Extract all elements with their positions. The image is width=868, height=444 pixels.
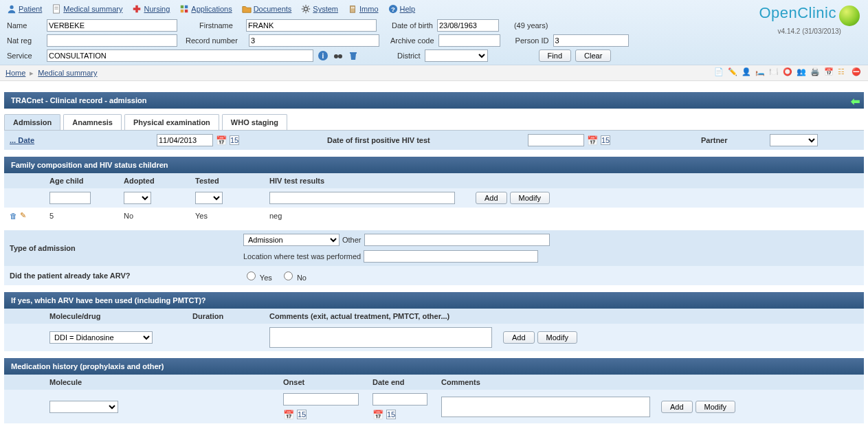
arv-modify-button[interactable]: Modify <box>537 331 577 344</box>
family-modify-button[interactable]: Modify <box>510 192 550 204</box>
arv-yes-radio[interactable]: Yes <box>243 269 272 282</box>
family-tested-cell: Yes <box>190 208 264 223</box>
service-input[interactable] <box>47 49 313 62</box>
menu-medical-summary[interactable]: Medical summary <box>52 4 122 14</box>
pencil-icon[interactable]: ✏️ <box>728 67 739 78</box>
arv-molecule-select[interactable]: DDI = Didanosine <box>49 331 153 344</box>
med-input-row: 📅 15 📅 15 Add Modify <box>4 390 864 423</box>
today-icon[interactable]: 15 <box>230 135 239 145</box>
med-comments-input[interactable] <box>441 397 650 417</box>
calendar-icon[interactable]: 📅 <box>587 135 598 146</box>
age-input[interactable] <box>49 192 91 204</box>
calendar-icon[interactable]: 📅 <box>824 67 835 78</box>
date-input[interactable] <box>157 134 213 146</box>
family-input-row: Add Modify <box>4 188 864 208</box>
breadcrumb-current[interactable]: Medical summary <box>38 69 97 77</box>
patient-form: Name Firstname Date of birth (49 years) … <box>7 19 861 62</box>
back-arrow-icon[interactable]: ⬅ <box>851 95 860 108</box>
logo-area: OpenClinic v4.14.2 (31/03/2013) <box>759 4 860 35</box>
arv-section-header: If yes, which ARV have been used (includ… <box>4 292 864 309</box>
today-icon[interactable]: 15 <box>297 410 307 419</box>
label-natreg: Nat reg <box>7 36 43 45</box>
tab-physical[interactable]: Physical examination <box>124 114 219 130</box>
med-molecule-select[interactable] <box>49 401 118 413</box>
dob-input[interactable] <box>437 19 499 32</box>
first-hiv-input[interactable] <box>528 134 584 146</box>
find-button[interactable]: Find <box>539 49 571 62</box>
archivecode-input[interactable] <box>438 34 500 47</box>
med-headers: Molecule Onset Date end Comments <box>4 375 864 390</box>
svg-text:i: i <box>322 52 324 60</box>
clear-button[interactable]: Clear <box>575 49 611 62</box>
person-icon <box>7 4 16 14</box>
natreg-input[interactable] <box>47 34 177 47</box>
calendar-icon[interactable]: 📅 <box>372 410 383 420</box>
district-select[interactable] <box>425 49 488 62</box>
calendar-icon[interactable]: 📅 <box>216 135 227 146</box>
today-icon[interactable]: 15 <box>386 410 396 419</box>
tab-anamnesis[interactable]: Anamnesis <box>63 114 122 130</box>
tab-who[interactable]: WHO staging <box>222 114 287 130</box>
menu-system[interactable]: System <box>301 4 338 14</box>
partner-select[interactable] <box>770 134 818 146</box>
menu-applications[interactable]: Applications <box>179 4 232 14</box>
other-label: Other <box>342 236 361 244</box>
recordnumber-input[interactable] <box>249 34 379 47</box>
calendar-icon[interactable]: 📅 <box>283 410 294 420</box>
name-input[interactable] <box>47 19 177 32</box>
breadcrumb-home[interactable]: Home <box>5 69 25 77</box>
stop-icon[interactable]: ⛔ <box>852 67 863 78</box>
doc-icon[interactable]: 📄 <box>714 67 725 78</box>
meal-icon[interactable]: 🍽️ <box>769 67 780 78</box>
section-header: TRACnet - Clinical record - admission ⬅ <box>4 92 864 109</box>
med-add-button[interactable]: Add <box>661 401 693 413</box>
arv-comments-input[interactable] <box>269 327 492 348</box>
person-card-icon[interactable]: 👤 <box>742 67 753 78</box>
trash-icon[interactable] <box>348 50 359 61</box>
delete-row-icon[interactable]: 🗑 <box>10 212 17 220</box>
med-dateend-input[interactable] <box>372 393 427 406</box>
logo-text: OpenClinic <box>759 4 836 21</box>
date-label[interactable]: ... Date <box>10 136 34 144</box>
tested-select[interactable] <box>195 192 223 204</box>
print-icon[interactable]: 🖨️ <box>810 67 821 78</box>
label-service: Service <box>7 52 43 60</box>
label-district: District <box>397 52 421 60</box>
label-firstname: Firstname <box>199 21 242 30</box>
med-onset-input[interactable] <box>283 393 359 406</box>
menu-documents[interactable]: Documents <box>242 4 292 14</box>
tab-admission[interactable]: Admission <box>4 114 60 130</box>
type-admission-select[interactable]: Admission <box>243 234 340 246</box>
info-icon[interactable]: i <box>318 50 329 61</box>
firstname-input[interactable] <box>246 19 377 32</box>
first-hiv-label: Date of first positive HIV test <box>322 131 522 150</box>
binoculars-icon[interactable] <box>333 50 344 61</box>
arv-add-button[interactable]: Add <box>503 331 535 344</box>
bed-icon[interactable]: 🛏️ <box>755 67 766 78</box>
label-dob: Date of birth <box>392 21 433 30</box>
menu-immo[interactable]: Immo <box>348 4 379 14</box>
location-input[interactable] <box>364 250 538 263</box>
circle-icon[interactable]: ⭕ <box>783 67 794 78</box>
med-modify-button[interactable]: Modify <box>695 401 735 413</box>
menu-help[interactable]: ? Help <box>388 4 416 14</box>
svg-point-10 <box>304 7 308 10</box>
menu-patient[interactable]: Patient <box>7 4 42 14</box>
age-text: (49 years) <box>514 21 548 30</box>
menu-nursing[interactable]: Nursing <box>132 4 170 14</box>
other-input[interactable] <box>364 234 550 246</box>
group-icon[interactable]: 👥 <box>797 67 808 78</box>
edit-row-icon[interactable]: ✎ <box>20 211 26 220</box>
personid-input[interactable] <box>553 34 629 47</box>
today-icon[interactable]: 15 <box>601 135 610 145</box>
adopted-select[interactable] <box>124 192 151 204</box>
svg-rect-12 <box>351 7 353 8</box>
stripes-icon[interactable]: ☷ <box>838 67 849 78</box>
main-menu: Patient Medical summary Nursing Applicat… <box>7 4 861 14</box>
arv-no-radio[interactable]: No <box>280 269 307 282</box>
results-input[interactable] <box>269 192 455 204</box>
svg-rect-13 <box>353 7 355 8</box>
family-add-button[interactable]: Add <box>476 192 507 204</box>
family-data-row: 🗑 ✎ 5 No Yes neg <box>4 208 864 223</box>
svg-point-0 <box>10 5 13 9</box>
